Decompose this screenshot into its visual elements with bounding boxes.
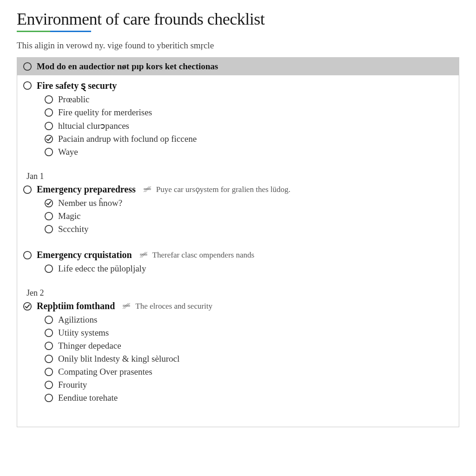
page-subtitle: This aligin in verowd ny. vige found to …	[17, 40, 459, 51]
checklist-panel: Mod do en audectior nøt pıp kors ket che…	[17, 57, 459, 427]
item-label: Onily blit lndesty & kingl sèlurocl	[58, 354, 179, 364]
checklist-section: Jan 1 Emergency preparedress ⧣ Puye car …	[23, 172, 453, 236]
item-label: Life edecc the pülopljaly	[58, 264, 146, 274]
checklist-item: Utiity systems	[44, 326, 453, 339]
svg-point-16	[45, 342, 53, 350]
checklist-item: Nember us ĥnow?	[44, 197, 453, 210]
section-checkbox[interactable]	[23, 302, 32, 311]
svg-point-18	[45, 368, 53, 376]
item-checkbox[interactable]	[44, 264, 53, 273]
item-label: Thinger depedace	[58, 341, 121, 351]
section-date: Jen 2	[26, 288, 453, 298]
section-items: Life edecc the pülopljaly	[44, 262, 453, 275]
checklist-item: Sccchity	[44, 223, 453, 236]
title-underline	[17, 31, 91, 32]
svg-point-10	[45, 225, 53, 233]
item-label: Waye	[58, 147, 78, 157]
svg-point-17	[45, 355, 53, 363]
svg-point-0	[24, 63, 31, 70]
item-label: Eendiue torehate	[58, 393, 118, 403]
item-label: Agiliztions	[58, 315, 97, 325]
checklist-item: Frourity	[44, 378, 453, 391]
section-header-row: Fire safety ȿ securty	[23, 79, 453, 92]
item-checkbox[interactable]	[44, 328, 53, 337]
section-note: The elroces and security	[135, 302, 212, 311]
item-label: Compating Over prasentes	[58, 367, 152, 377]
checklist-item: Compating Over prasentes	[44, 365, 453, 378]
note-separator-icon: ⧣	[122, 301, 131, 311]
section-title: Repþtiim fomthand	[37, 301, 115, 311]
section-items: Agiliztions Utiity systems Thinger deped…	[44, 313, 453, 404]
section-header-row: Emergency crquistation ⧣ Therefar clasc …	[23, 249, 453, 261]
checklist-item: Paciain andrup with foclund op ficcene	[44, 132, 453, 145]
checklist-item: Onily blit lndesty & kingl sèlurocl	[44, 352, 453, 365]
svg-point-12	[45, 265, 53, 272]
svg-point-3	[45, 109, 53, 116]
section-note: Puye car ursϙystem for gralien thes lüdo…	[156, 185, 291, 194]
item-label: Sccchity	[58, 224, 88, 234]
item-checkbox[interactable]	[44, 147, 53, 157]
item-checkbox[interactable]	[44, 341, 53, 350]
svg-point-20	[45, 394, 53, 402]
section-title: Emergency crquistation	[37, 250, 132, 260]
panel-body: Fire safety ȿ securty Prœablic Fire quel…	[17, 75, 459, 427]
note-separator-icon: ⧣	[139, 250, 148, 260]
section-note: Therefar clasc ompenders nands	[152, 251, 254, 260]
section-checkbox[interactable]	[23, 185, 32, 194]
item-label: Nember us ĥnow?	[58, 198, 122, 208]
item-checkbox[interactable]	[44, 380, 53, 390]
svg-point-1	[24, 82, 31, 89]
section-checkbox[interactable]	[23, 81, 32, 90]
checklist-item: Magic	[44, 210, 453, 223]
checklist-item: Prœablic	[44, 93, 453, 106]
checklist-section: Jen 2 Repþtiim fomthand ⧣ The elroces an…	[23, 288, 453, 404]
svg-point-6	[45, 148, 53, 156]
item-checkbox[interactable]	[44, 108, 53, 117]
checklist-item: Life edecc the pülopljaly	[44, 262, 453, 275]
checklist-item: hltucial clurɔpances	[44, 119, 453, 132]
checklist-item: Eendiue torehate	[44, 391, 453, 404]
item-checkbox[interactable]	[44, 212, 53, 221]
svg-point-14	[45, 316, 53, 324]
item-checkbox[interactable]	[44, 121, 53, 131]
item-label: Paciain andrup with foclund op ficcene	[58, 134, 197, 144]
item-checkbox[interactable]	[44, 134, 53, 144]
svg-point-9	[45, 212, 53, 220]
section-title: Fire safety ȿ securty	[37, 80, 117, 91]
svg-point-15	[45, 329, 53, 337]
item-label: Magic	[58, 211, 81, 221]
checklist-item: Fire quelity for merderises	[44, 106, 453, 119]
item-label: Utiity systems	[58, 328, 109, 338]
item-label: Prœablic	[58, 94, 90, 105]
item-checkbox[interactable]	[44, 198, 53, 208]
item-label: Frourity	[58, 380, 87, 390]
checklist-item: Thinger depedace	[44, 339, 453, 352]
item-checkbox[interactable]	[44, 315, 53, 324]
checklist-item: Waye	[44, 145, 453, 159]
item-checkbox[interactable]	[44, 393, 53, 403]
panel-header-checkbox[interactable]	[23, 62, 32, 71]
section-items: Prœablic Fire quelity for merderises hlt…	[44, 93, 453, 159]
note-separator-icon: ⧣	[143, 185, 152, 194]
svg-point-19	[45, 381, 53, 389]
panel-header: Mod do en audectior nøt pıp kors ket che…	[17, 58, 459, 75]
section-header-row: Repþtiim fomthand ⧣ The elroces and secu…	[23, 300, 453, 312]
section-date: Jan 1	[26, 172, 453, 181]
section-title: Emergency preparedress	[37, 184, 136, 195]
svg-point-11	[24, 251, 31, 258]
item-checkbox[interactable]	[44, 225, 53, 234]
page-title: Environment of care frounds checklist	[17, 9, 459, 29]
checklist-section: Fire safety ȿ securty Prœablic Fire quel…	[23, 79, 453, 159]
section-header-row: Emergency preparedress ⧣ Puye car ursϙys…	[23, 183, 453, 196]
item-checkbox[interactable]	[44, 367, 53, 377]
checklist-section: Emergency crquistation ⧣ Therefar clasc …	[23, 249, 453, 275]
svg-point-2	[45, 96, 53, 103]
item-checkbox[interactable]	[44, 95, 53, 104]
item-checkbox[interactable]	[44, 354, 53, 364]
item-label: hltucial clurɔpances	[58, 120, 129, 131]
panel-header-label: Mod do en audectior nøt pıp kors ket che…	[37, 61, 218, 72]
section-items: Nember us ĥnow? Magic Sccchity	[44, 197, 453, 236]
section-checkbox[interactable]	[23, 251, 32, 260]
svg-point-4	[45, 122, 53, 129]
svg-point-7	[24, 185, 31, 193]
